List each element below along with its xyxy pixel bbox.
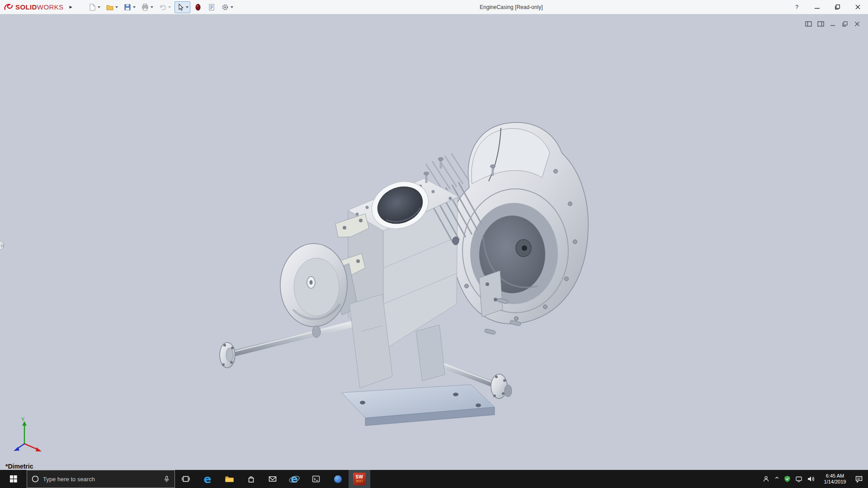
print-icon (141, 3, 149, 11)
solidworks-logo: SOLIDWORKS (0, 0, 66, 14)
shield-icon (784, 475, 791, 483)
solidworks-app-icon: SW 2017 (353, 473, 366, 485)
dropdown-caret-icon (115, 6, 118, 8)
store-icon (247, 475, 255, 483)
save-button[interactable] (122, 1, 137, 13)
command-prompt-icon (311, 474, 321, 483)
ds-logo-icon (4, 3, 14, 12)
mail-icon (268, 474, 277, 483)
help-button[interactable]: ? (787, 0, 807, 14)
pane-left-icon (805, 21, 812, 27)
open-folder-icon (106, 3, 114, 11)
new-document-button[interactable] (86, 1, 102, 13)
doc-minimize-button[interactable] (828, 20, 837, 27)
file-properties-icon (208, 3, 216, 11)
security-shield-button[interactable] (782, 470, 793, 488)
doc-pane-right-button[interactable] (816, 20, 825, 27)
app-titlebar: SOLIDWORKS ▶ (0, 0, 868, 14)
store-button[interactable] (240, 470, 262, 488)
people-button[interactable] (760, 470, 772, 488)
file-properties-button[interactable] (206, 1, 217, 13)
start-button[interactable] (0, 470, 27, 488)
solidworks-taskbar-button[interactable]: SW 2017 (349, 470, 370, 488)
tray-app-icon (795, 476, 802, 483)
orientation-triad[interactable]: Y (10, 416, 51, 455)
save-icon (123, 3, 132, 11)
triad-y-label: Y (21, 417, 25, 422)
doc-minimize-icon (830, 21, 835, 27)
tray-app-button[interactable] (793, 470, 805, 488)
maximize-icon (835, 5, 840, 9)
system-tray: ^ 6:45 AM (760, 470, 868, 488)
window-controls: ? (787, 0, 868, 14)
microphone-icon[interactable] (163, 475, 170, 483)
menu-flyout-arrow[interactable]: ▶ (66, 1, 75, 13)
clock-date: 1/14/2019 (817, 479, 853, 485)
new-document-icon (88, 3, 96, 11)
graphics-viewport[interactable]: Y *Dimetric (0, 15, 868, 470)
dropdown-caret-icon (133, 6, 136, 8)
clutch-housing[interactable] (450, 122, 588, 324)
taskbar-search[interactable] (27, 470, 175, 488)
red-orb-icon (194, 3, 202, 11)
blue-sphere-app-icon (333, 474, 343, 484)
dropdown-caret-icon (151, 6, 153, 8)
blue-sphere-app-button[interactable] (327, 470, 349, 488)
doc-close-icon (854, 21, 860, 27)
show-hidden-icons-button[interactable]: ^ (772, 470, 782, 488)
close-button[interactable] (848, 0, 868, 14)
internet-explorer-icon: e (291, 474, 298, 485)
options-gear-icon (221, 3, 229, 11)
search-input[interactable] (43, 476, 159, 483)
options-button[interactable] (219, 1, 235, 13)
undo-icon (159, 3, 167, 11)
edge-button[interactable]: e (197, 470, 218, 488)
document-window-controls (804, 20, 862, 27)
taskbar-clock[interactable]: 6:45 AM 1/14/2019 (817, 473, 853, 485)
dropdown-caret-icon (231, 6, 233, 8)
task-view-button[interactable] (175, 470, 197, 488)
doc-restore-button[interactable] (840, 20, 849, 27)
edge-icon: e (204, 474, 212, 485)
base-plate[interactable] (342, 385, 495, 426)
select-cursor-icon (176, 3, 184, 11)
document-title: EngineCasing [Read-only] (236, 4, 787, 10)
mail-button[interactable] (262, 470, 283, 488)
volume-icon (807, 475, 815, 483)
minimize-icon (815, 5, 820, 9)
file-explorer-button[interactable] (218, 470, 240, 488)
people-icon (762, 475, 770, 483)
quick-access-toolbar (85, 0, 236, 14)
doc-restore-icon (842, 21, 848, 27)
print-button[interactable] (139, 1, 155, 13)
volume-button[interactable] (805, 470, 817, 488)
pane-right-icon (817, 21, 824, 27)
doc-close-button[interactable] (853, 20, 862, 27)
clock-time: 6:45 AM (817, 473, 853, 479)
engine-casing-model[interactable] (0, 15, 868, 470)
chevron-up-icon: ^ (774, 476, 779, 483)
minimize-button[interactable] (807, 0, 827, 14)
dropdown-caret-icon (186, 6, 189, 8)
axle-left[interactable] (220, 321, 356, 368)
internet-explorer-button[interactable]: e (283, 470, 305, 488)
file-explorer-icon (225, 475, 234, 483)
doc-pane-left-button[interactable] (804, 20, 813, 27)
dropdown-caret-icon (168, 6, 171, 8)
red-orb-button[interactable] (192, 1, 204, 13)
left-cover-disc[interactable] (280, 244, 358, 327)
select-tool-button[interactable] (175, 1, 190, 13)
windows-taskbar: e e (0, 470, 868, 488)
open-button[interactable] (104, 1, 120, 13)
action-center-button[interactable] (853, 470, 865, 488)
brand-solid: SOLID (15, 3, 37, 11)
brand-works: WORKS (37, 3, 64, 11)
maximize-button[interactable] (827, 0, 848, 14)
brand-text: SOLIDWORKS (15, 3, 64, 11)
close-icon (855, 5, 860, 9)
command-prompt-button[interactable] (305, 470, 327, 488)
action-center-icon (855, 475, 863, 483)
view-orientation-label: *Dimetric (5, 463, 33, 470)
undo-button[interactable] (157, 1, 173, 13)
solidworks-window: SOLIDWORKS ▶ (0, 0, 868, 488)
